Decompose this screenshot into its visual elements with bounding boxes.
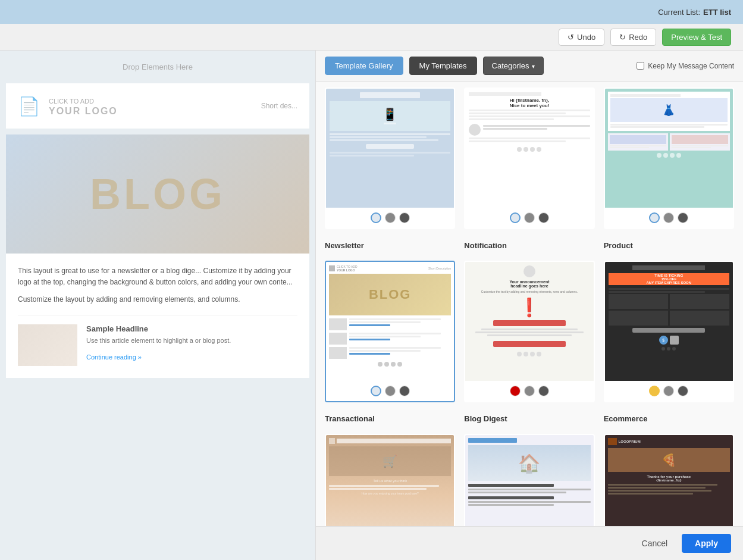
template-card-blog-digest[interactable]: 🏠 [464, 434, 594, 526]
prod-item-2 [670, 294, 729, 309]
section-product: Product [604, 241, 734, 255]
logo-icon: 📄 [18, 96, 40, 117]
section-blog-digest: Blog Digest [464, 414, 594, 428]
notif-title: Your announcementheadline goes here [469, 280, 590, 288]
sample-headline: Sample Headline [86, 324, 231, 333]
trans-hero-img: 🛒 [329, 446, 451, 476]
swatch[interactable] [371, 386, 381, 396]
keep-content-checkbox[interactable] [637, 62, 644, 70]
undo-icon [568, 33, 574, 42]
bd-text-2 [468, 492, 566, 493]
bd-hero-img: 🏠 [468, 445, 590, 481]
template-card-colorful[interactable]: 👗 [604, 87, 734, 229]
nl-hero-blog-text: BLOG [369, 287, 412, 302]
keep-content-label[interactable]: Keep My Message Content [637, 62, 734, 70]
tab-my-templates-label: My Templates [419, 61, 467, 70]
apply-button[interactable]: Apply [682, 534, 731, 553]
nl-social-icon-4 [397, 362, 402, 367]
template-card-newsletter[interactable]: CLICK TO ADDYOUR LOGO Short Description … [325, 261, 455, 402]
tab-template-gallery[interactable]: Template Gallery [325, 57, 403, 75]
ecom-title-text: Thanks for your purchase{firstname_fix} [608, 475, 730, 482]
swatch[interactable] [385, 386, 396, 396]
nl-item-1 [329, 318, 451, 330]
notif-logo [523, 265, 535, 277]
continue-link[interactable]: Continue reading » [86, 353, 142, 361]
prod-social-icon [667, 347, 670, 351]
short-desc: Short des... [261, 102, 297, 110]
bd-logo-bar [468, 438, 517, 443]
tab-my-templates[interactable]: My Templates [409, 57, 477, 75]
swatch[interactable] [399, 212, 410, 223]
nl-item-3 [329, 347, 451, 359]
trans-text-1 [329, 485, 439, 487]
prod-footer-icon-1: $ [659, 336, 668, 345]
editor-text-section: This layout is great to use for a newsle… [6, 254, 309, 378]
swatch[interactable] [385, 212, 396, 223]
template-grid: 📱 [316, 82, 743, 526]
preview-test-button[interactable]: Preview & Test [662, 29, 731, 46]
bd-text-4 [468, 504, 554, 506]
template-card-ecommerce[interactable]: LOGOPRIUM 🍕 Thanks for your purchase{fir… [604, 434, 734, 526]
toolbar: Undo Redo Preview & Test [0, 24, 743, 51]
swatch[interactable] [678, 212, 688, 223]
nl-logo-icon [329, 265, 335, 271]
prod-banner-text: TIME IS TICKING15% OFFANY ITEM EXPIRES S… [647, 274, 692, 284]
swatch[interactable] [663, 212, 674, 223]
ecom-text-2 [608, 487, 706, 489]
swatch[interactable] [649, 212, 660, 223]
template-card-notification[interactable]: Your announcementheadline goes here Cust… [464, 261, 594, 402]
cancel-button[interactable]: Cancel [634, 535, 676, 552]
template-thumb-welcome-top: 📱 [326, 89, 454, 208]
swatch[interactable] [663, 386, 674, 396]
redo-button[interactable]: Redo [610, 29, 656, 46]
undo-button[interactable]: Undo [559, 29, 604, 46]
section-labels-row2: Newsletter Notification Product [325, 241, 734, 258]
swatch[interactable] [510, 386, 521, 396]
section-label-blog-digest: Blog Digest [464, 414, 594, 423]
template-row-2: CLICK TO ADDYOUR LOGO Short Description … [325, 261, 734, 402]
swatch[interactable] [678, 386, 688, 396]
template-gallery-modal: Template Gallery My Templates Categories… [315, 51, 743, 560]
section-newsletter: Newsletter [325, 241, 455, 255]
categories-button[interactable]: Categories [483, 57, 544, 75]
chevron-down-icon [532, 61, 535, 70]
your-logo-text: YOUR LOGO [49, 106, 118, 117]
apply-label: Apply [695, 539, 718, 548]
template-thumb-transactional: 🛒 Tell us what you think How are you enj… [326, 435, 454, 526]
prod-banner: TIME IS TICKING15% OFFANY ITEM EXPIRES S… [609, 273, 729, 285]
swatch[interactable] [371, 212, 381, 223]
prod-footer-icon-2 [670, 336, 679, 345]
ecom-logo-icon [608, 438, 617, 445]
section-transactional: Transactional [325, 414, 455, 428]
swatch[interactable] [524, 386, 535, 396]
prod-social-icon [672, 347, 676, 351]
nl-item-img-1 [329, 318, 347, 330]
swatch[interactable] [399, 386, 410, 396]
drop-area: Drop Elements Here [6, 57, 309, 77]
template-card-welcome-email[interactable]: Hi {firstname. fn},Nice to meet you! [464, 87, 594, 229]
top-bar: Current List: ETT list [0, 0, 743, 24]
blog-hero-text: BLOG [90, 170, 225, 218]
section-label-newsletter: Newsletter [325, 241, 455, 250]
nl-hero: BLOG [329, 274, 451, 315]
section-label-notification: Notification [464, 241, 594, 250]
redo-label: Redo [629, 33, 647, 42]
swatch[interactable] [649, 386, 660, 396]
nl-item-img-3 [329, 347, 347, 359]
swatch[interactable] [510, 212, 521, 223]
swatch[interactable] [538, 212, 549, 223]
ecom-text-4 [608, 493, 694, 495]
editor-area: Drop Elements Here 📄 CLICK TO ADD YOUR L… [0, 51, 315, 560]
color-swatches-newsletter [326, 381, 454, 401]
swatch[interactable] [538, 386, 549, 396]
bd-headline-1 [468, 484, 554, 487]
prod-social-icon [662, 347, 665, 351]
template-card-welcome-top[interactable]: 📱 [325, 87, 455, 229]
logo-placeholder[interactable]: 📄 CLICK TO ADD YOUR LOGO Short des... [6, 83, 309, 129]
cancel-label: Cancel [642, 539, 668, 548]
template-card-product[interactable]: TIME IS TICKING15% OFFANY ITEM EXPIRES S… [604, 261, 734, 402]
template-card-transactional[interactable]: 🛒 Tell us what you think How are you enj… [325, 434, 455, 526]
ecom-logo: LOGOPRIUM [608, 438, 730, 445]
swatch[interactable] [524, 212, 535, 223]
click-to-add: CLICK TO ADD [49, 98, 94, 105]
